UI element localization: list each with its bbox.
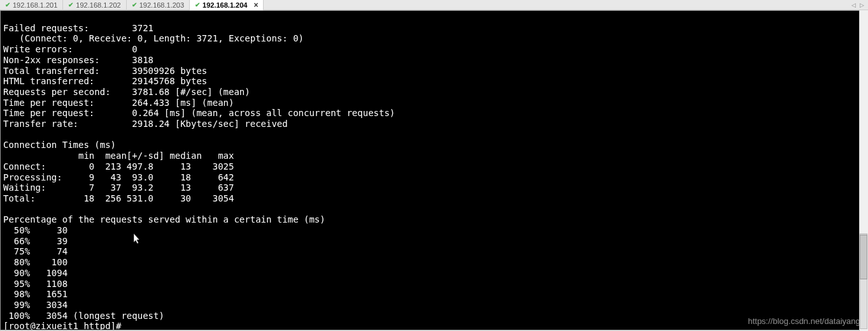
tab-host-202[interactable]: ✔ 192.168.1.202 — [63, 0, 126, 10]
terminal-line: Total: 18 256 531.0 30 3054 — [3, 193, 234, 203]
watermark-text: https://blog.csdn.net/dataiyangu — [748, 316, 865, 327]
terminal-line: Failed requests: 3721 — [3, 23, 153, 33]
mouse-cursor-icon — [134, 233, 141, 245]
terminal-line: 100% 3054 (longest request) — [3, 311, 164, 321]
tab-bar: ✔ 192.168.1.201 ✔ 192.168.1.202 ✔ 192.16… — [0, 0, 868, 10]
tab-label: 192.168.1.203 — [139, 1, 184, 9]
tab-label: 192.168.1.204 — [203, 1, 247, 9]
tab-label: 192.168.1.202 — [76, 1, 120, 9]
terminal-line: Percentage of the requests served within… — [3, 214, 325, 224]
terminal-line: HTML transferred: 29145768 bytes — [3, 76, 207, 86]
terminal-line: 95% 1108 — [3, 279, 68, 289]
tab-nav: ◁ ▷ — [851, 2, 868, 8]
terminal-line: Time per request: 0.264 [ms] (mean, acro… — [3, 108, 395, 118]
terminal-line: 80% 100 — [3, 257, 68, 267]
terminal-line: Transfer rate: 2918.24 [Kbytes/sec] rece… — [3, 119, 288, 129]
terminal-line: 99% 3034 — [3, 300, 68, 310]
terminal-line: 75% 74 — [3, 246, 68, 256]
tab-host-204[interactable]: ✔ 192.168.1.204 × — [190, 0, 264, 10]
tab-prev-icon[interactable]: ◁ — [851, 2, 856, 8]
terminal-line: min mean[+/-sd] median max — [3, 151, 234, 161]
terminal-line: Requests per second: 3781.68 [#/sec] (me… — [3, 87, 250, 97]
check-icon: ✔ — [132, 1, 137, 8]
terminal-output[interactable]: Failed requests: 3721 (Connect: 0, Recei… — [0, 10, 868, 330]
terminal-line: 66% 39 — [3, 236, 68, 246]
terminal-line: Processing: 9 43 93.0 18 642 — [3, 172, 234, 182]
vertical-scrollbar[interactable] — [859, 10, 868, 331]
scroll-thumb[interactable] — [860, 235, 867, 279]
terminal-line: Total transferred: 39509926 bytes — [3, 66, 207, 76]
close-icon[interactable]: × — [253, 1, 258, 9]
terminal-line: (Connect: 0, Receive: 0, Length: 3721, E… — [3, 33, 304, 43]
tab-host-201[interactable]: ✔ 192.168.1.201 — [0, 0, 63, 10]
terminal-line: [root@zixueit1 httpd]# — [3, 321, 121, 330]
check-icon: ✔ — [195, 1, 200, 8]
tab-label: 192.168.1.201 — [13, 1, 57, 9]
terminal-line: 90% 1094 — [3, 268, 68, 278]
tab-next-icon[interactable]: ▷ — [860, 2, 864, 8]
check-icon: ✔ — [5, 1, 10, 8]
terminal-line: Time per request: 264.433 [ms] (mean) — [3, 98, 234, 108]
terminal-line: 98% 1651 — [3, 289, 68, 299]
check-icon: ✔ — [68, 1, 73, 8]
terminal-line: Waiting: 7 37 93.2 13 637 — [3, 182, 234, 193]
terminal-line: Write errors: 0 — [3, 44, 138, 54]
tab-host-203[interactable]: ✔ 192.168.1.203 — [127, 0, 190, 10]
terminal-line: Non-2xx responses: 3818 — [3, 55, 153, 65]
terminal-line: 50% 30 — [3, 225, 68, 235]
terminal-line: Connect: 0 213 497.8 13 3025 — [3, 161, 234, 172]
terminal-line: Connection Times (ms) — [3, 140, 116, 150]
